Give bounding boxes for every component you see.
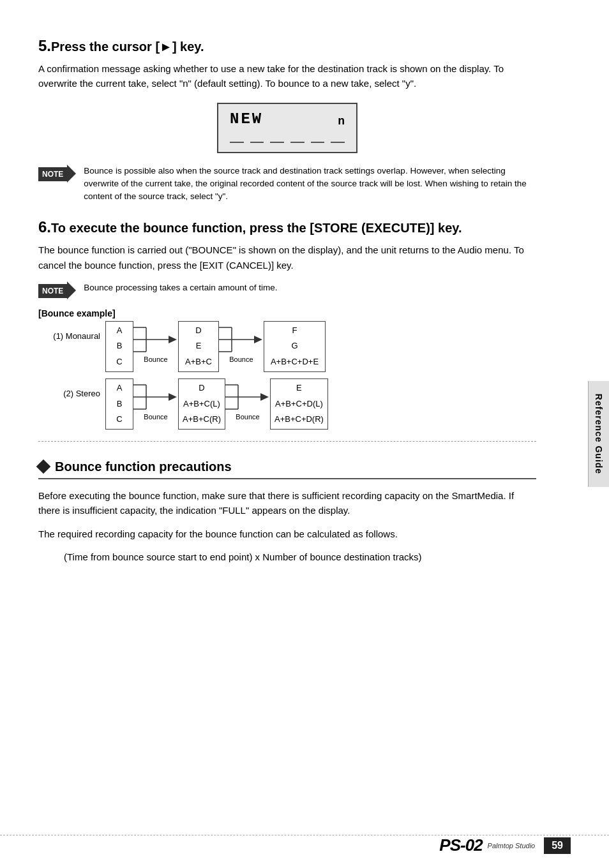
section-indent: (Time from bounce source start to end po…	[64, 550, 536, 565]
mono-arrow1-label: Bounce	[144, 355, 167, 363]
mono-b3-r3: A+B+C+D+E	[271, 354, 319, 370]
note2-badge: NOTE	[38, 284, 67, 298]
stereo-box3: E A+B+C+D(L) A+B+C+D(R)	[270, 378, 328, 430]
mono-b2-r2: E	[185, 338, 212, 354]
brand-ps: PS	[439, 835, 460, 855]
stereo-arrow2-group: Bounce	[225, 378, 270, 422]
side-tab-text: Reference Guide	[594, 394, 604, 474]
page-number: 59	[544, 837, 571, 854]
section-body2: The required recording capacity for the …	[38, 527, 536, 541]
step6-heading: 6.To execute the bounce function, press …	[38, 218, 536, 236]
mono-box1: A B C	[105, 321, 133, 372]
mono-box3: F G A+B+C+D+E	[264, 321, 326, 372]
mono-box2: D E A+B+C	[178, 321, 219, 372]
bounce-diagram-label: [Bounce example]	[38, 308, 536, 318]
note1-text: Bounce is possible also when the source …	[84, 165, 536, 204]
note1-box: NOTE Bounce is possible also when the so…	[38, 165, 536, 204]
note2-arrow-icon	[67, 281, 76, 299]
divider1	[38, 441, 536, 442]
side-tab: Reference Guide	[588, 381, 609, 487]
footer-logo: PS-02 Palmtop Studio	[439, 835, 535, 855]
footer-sub: Palmtop Studio	[488, 842, 536, 849]
step5-title: Press the cursor [►] key.	[51, 40, 204, 54]
mono-label: (1) Monaural	[38, 321, 105, 341]
stereo-b1-r1: A	[112, 380, 126, 396]
svg-marker-11	[254, 336, 262, 343]
note2-box: NOTE Bounce processing takes a certain a…	[38, 281, 536, 299]
section-header: Bounce function precautions	[38, 460, 536, 479]
svg-marker-5	[169, 336, 177, 343]
note1-arrow-icon	[67, 165, 76, 183]
mono-b2-r3: A+B+C	[185, 354, 212, 370]
step6-body1: The bounce function is carried out ("BOU…	[38, 243, 536, 273]
svg-marker-17	[169, 393, 177, 401]
section-body1: Before executing the bounce function, ma…	[38, 488, 536, 518]
stereo-b3-r2: A+B+C+D(L)	[274, 396, 324, 412]
stereo-box2: D A+B+C(L) A+B+C(R)	[178, 378, 225, 430]
note1-badge: NOTE	[38, 167, 67, 181]
lcd-box: NEW n	[217, 103, 357, 153]
step5-heading: 5.Press the cursor [►] key.	[38, 37, 536, 55]
note1-badge-wrap: NOTE	[38, 165, 76, 183]
step6-num: 6.	[38, 218, 51, 236]
lcd-display-container: NEW n	[38, 103, 536, 153]
mono-b3-r2: G	[271, 338, 319, 354]
step5-num: 5.	[38, 37, 51, 54]
mono-b3-r1: F	[271, 323, 319, 339]
mono-arrow1-svg	[133, 321, 178, 358]
step5-body: A confirmation message asking whether to…	[38, 61, 536, 91]
mono-b1-r2: B	[112, 338, 126, 354]
stereo-label: (2) Stereo	[38, 378, 105, 398]
stereo-arrow2-label: Bounce	[236, 413, 259, 421]
stereo-b1-r2: B	[112, 396, 126, 412]
brand-name: PS-02	[439, 835, 482, 855]
mono-b1-r3: C	[112, 354, 126, 370]
lcd-text: NEW	[230, 110, 263, 128]
stereo-arrow2-svg	[225, 378, 270, 415]
mono-arrow1-group: Bounce	[133, 321, 178, 364]
step6-title: To execute the bounce function, press th…	[51, 221, 462, 235]
stereo-b2-r3: A+B+C(R)	[183, 412, 221, 428]
stereo-b2-r2: A+B+C(L)	[183, 396, 221, 412]
svg-marker-23	[260, 393, 269, 401]
stereo-b3-r3: A+B+C+D(R)	[274, 412, 324, 428]
mono-b2-r1: D	[185, 323, 212, 339]
lcd-bars	[230, 137, 345, 143]
mono-arrow2-svg	[219, 321, 264, 358]
note2-badge-wrap: NOTE	[38, 281, 76, 299]
bounce-diagram: [Bounce example] (1) Monaural A B C	[38, 308, 536, 430]
note2-text: Bounce processing takes a certain amount…	[84, 281, 277, 294]
stereo-arrow1-label: Bounce	[144, 413, 167, 421]
mono-arrow2-group: Bounce	[219, 321, 264, 364]
stereo-arrow1-group: Bounce	[133, 378, 178, 422]
lcd-suffix: n	[338, 115, 345, 128]
stereo-b2-r1: D	[183, 380, 221, 396]
stereo-box1: A B C	[105, 378, 133, 430]
stereo-arrow1-svg	[133, 378, 178, 415]
mono-b1-r1: A	[112, 323, 126, 339]
page-footer: PS-02 Palmtop Studio 59	[0, 835, 609, 855]
footer-brand: PS-02 Palmtop Studio	[439, 835, 535, 855]
section-title: Bounce function precautions	[55, 460, 232, 474]
brand-dash: -	[460, 835, 465, 855]
brand-num: 02	[465, 835, 483, 855]
stereo-b3-r1: E	[274, 380, 324, 396]
mono-arrow2-label: Bounce	[229, 355, 253, 363]
stereo-b1-r3: C	[112, 412, 126, 428]
diamond-bullet-icon	[36, 460, 51, 474]
